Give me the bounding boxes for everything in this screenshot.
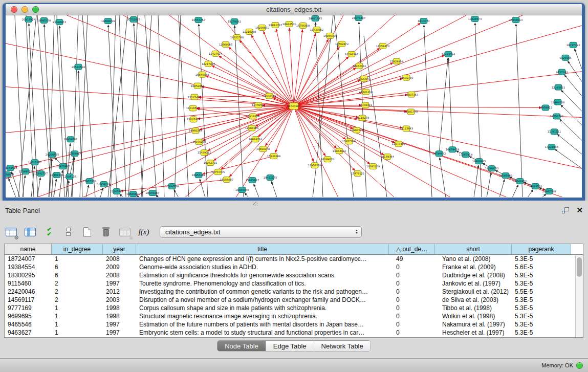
delete-column-icon[interactable] [99,224,113,239]
graph-node[interactable]: 19015387 [28,160,41,165]
column-header-pagerank[interactable]: pagerank [512,244,571,254]
graph-node[interactable]: 11316519 [186,105,200,111]
graph-node[interactable]: 16807363 [405,92,418,97]
column-header-year[interactable]: year [103,244,136,254]
close-window-icon[interactable] [11,6,17,13]
graph-node[interactable]: 10591730 [400,75,413,80]
graph-node[interactable]: 12007415 [187,117,200,122]
table-selector-dropdown[interactable]: citations_edges.txt ▲▼ [160,226,362,238]
graph-node[interactable]: 12669065 [219,41,232,47]
graph-node[interactable]: 16443794 [442,51,455,57]
network-graph[interactable]: 1872400711427524122179871584508410852851… [6,15,582,197]
graph-node[interactable]: 15206651 [255,25,269,30]
graph-node[interactable]: 14960289 [189,128,202,134]
show-column-icon[interactable] [23,224,37,239]
graph-node[interactable]: 18724007 [287,103,300,110]
graph-node[interactable]: 10699178 [256,146,270,152]
new-column-icon[interactable] [80,224,94,239]
function-builder-icon[interactable]: f(x) [137,224,151,239]
table-row[interactable]: 1872400712008Changes of HCN gene express… [5,255,583,263]
graph-node[interactable]: 15976158 [192,139,206,145]
graph-node[interactable]: 10196361 [345,51,358,57]
graph-node[interactable]: 16322740 [230,34,244,40]
graph-node[interactable]: 19861545 [309,15,322,21]
table-row[interactable]: 946554611997Estimation of the future num… [5,320,583,329]
graph-node[interactable]: 11673400 [392,141,405,147]
graph-node[interactable]: 16844716 [249,137,262,142]
column-header-name[interactable]: name [5,244,52,254]
graph-node[interactable]: 15756308 [296,23,310,28]
graph-node[interactable]: 21076407 [352,15,365,20]
graph-node[interactable]: 15958812 [539,105,552,111]
graph-node[interactable]: 17067919 [459,152,472,158]
graph-node[interactable]: 15276062 [228,18,241,24]
graph-node[interactable]: 19150511 [6,165,17,171]
float-panel-icon[interactable] [562,207,569,213]
window-titlebar[interactable]: citations_edges.txt [6,4,582,15]
graph-node[interactable]: 10553257 [192,17,205,23]
graph-node[interactable]: 16954162 [192,172,205,178]
graph-node[interactable]: 20732625 [127,16,140,22]
graph-node[interactable]: 10967578 [350,127,363,133]
graph-node[interactable]: 12444136 [551,99,564,105]
graph-node[interactable]: 11216088 [243,29,256,34]
select-columns-icon[interactable]: ✔✔ [42,224,56,239]
table-row[interactable]: 1830029562008Estimation of significance … [5,271,583,279]
graph-node[interactable]: 15476121 [351,171,364,177]
graph-node[interactable]: 11427524 [209,51,223,56]
graph-node[interactable]: 16262792 [204,160,217,166]
graph-node[interactable]: 14702872 [335,41,349,47]
panel-resize-grip-icon[interactable] [253,202,258,206]
graph-node[interactable]: 21247447 [110,189,123,194]
tab-network-table[interactable]: Network Table [314,341,371,351]
table-row[interactable]: 969969511998Structural magnetic resonanc… [5,312,583,320]
graph-node[interactable]: 20531526 [72,64,85,70]
network-canvas[interactable]: 1872400711427524122179871584508410852851… [6,15,582,197]
graph-node[interactable]: 8813074 [418,18,430,24]
table-scrollbar[interactable] [575,255,583,337]
delete-table-icon[interactable]: ⊗ [118,224,132,239]
graph-node[interactable]: 20813924 [22,16,36,22]
graph-node[interactable]: 11381111 [548,129,561,135]
graph-node[interactable]: 10391209 [366,164,380,169]
column-header-title[interactable]: title [136,244,389,254]
column-header-short[interactable]: short [435,244,512,254]
graph-node[interactable]: 12439301 [359,102,372,108]
tab-node-table[interactable]: Node Table [217,341,266,351]
graph-node[interactable]: 15146186 [267,154,280,159]
graph-node[interactable]: 15845847 [246,178,259,183]
graph-node[interactable]: 18668039 [101,18,115,24]
graph-node[interactable]: 16962032 [353,63,366,69]
graph-node[interactable]: 18956001 [64,137,77,142]
minimize-window-icon[interactable] [21,6,28,13]
graph-node[interactable]: 12342737 [34,171,48,177]
memory-ok-indicator-icon[interactable] [576,362,583,369]
graph-node[interactable]: 20962768 [542,189,556,194]
zoom-window-icon[interactable] [32,6,39,13]
tab-edge-table[interactable]: Edge Table [266,341,314,351]
graph-node[interactable]: 20678187 [146,190,159,196]
graph-node[interactable]: 19737493 [567,42,580,48]
graph-node[interactable]: 21926974 [53,19,67,25]
table-row[interactable]: 1456911722003Disruption of a novel membe… [5,296,583,304]
graph-node[interactable]: 9129966 [559,55,571,60]
graph-node[interactable]: 11068186 [245,125,258,131]
graph-node[interactable]: 17344558 [165,184,179,189]
table-scrollbar-thumb[interactable] [577,257,582,277]
graph-node[interactable]: 16189364 [381,154,395,160]
column-header-in_degree[interactable]: in_degree [52,244,103,254]
graph-node[interactable]: 15056607 [220,177,233,183]
graph-node[interactable]: 15657399 [342,139,356,144]
table-row[interactable]: 1938455462009Genome-wide association stu… [5,263,583,271]
graph-node[interactable]: 9227343 [556,69,568,75]
close-panel-icon[interactable]: ✕ [576,207,583,214]
graph-node[interactable]: 12505135 [63,174,76,180]
graph-node[interactable]: 16169070 [321,157,334,162]
table-row[interactable]: 946362711997Embryonic stem cells: a mode… [5,329,583,337]
graph-node[interactable]: 12217987 [202,61,215,67]
table-row[interactable]: 911546021997Tourette syndrome. Phenomeno… [5,279,583,288]
graph-node[interactable]: 17359924 [68,151,82,157]
table-mode-icon[interactable]: ⚙ [4,224,18,239]
graph-node[interactable]: 10975887 [56,164,70,169]
graph-node[interactable]: 19565358 [37,17,51,23]
